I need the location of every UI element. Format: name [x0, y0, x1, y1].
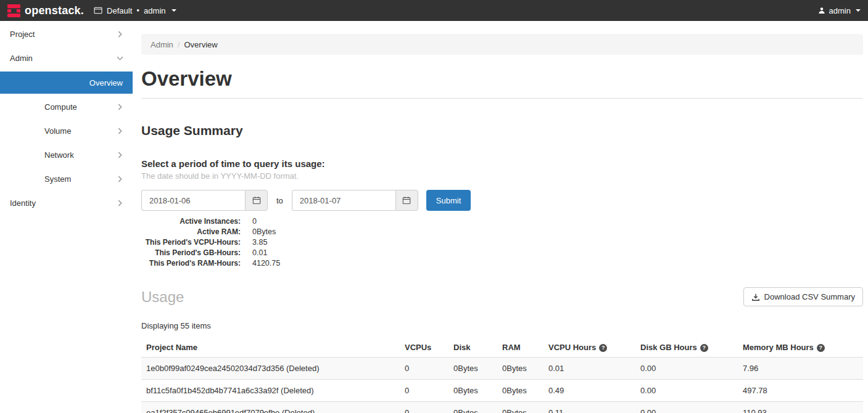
cell-disk-gb-hours: 0.00	[635, 358, 738, 380]
user-name: admin	[829, 6, 851, 15]
help-icon[interactable]: ?	[700, 344, 708, 352]
sidebar-item-volume[interactable]: Volume	[0, 119, 133, 143]
usage-section-header: Usage Download CSV Summary	[141, 287, 863, 306]
cell-disk: 0Bytes	[448, 358, 497, 380]
breadcrumb-separator: /	[178, 40, 180, 49]
table-row: bf11c5fa0f1b452db4b7741a6c33a92f (Delete…	[141, 380, 863, 402]
calendar-button[interactable]	[395, 190, 418, 211]
download-icon	[751, 293, 760, 301]
chevron-right-icon	[117, 176, 123, 182]
stat-label: This Period's GB-Hours:	[141, 248, 241, 258]
sidebar-item-label: Network	[44, 150, 74, 160]
breadcrumb: Admin / Overview	[141, 34, 863, 55]
cell-memory-mb-hours: 110.93	[738, 402, 863, 413]
help-icon[interactable]: ?	[817, 344, 825, 352]
stat-value: 0.01	[252, 248, 267, 258]
title-divider	[141, 98, 863, 99]
sidebar-item-project[interactable]: Project	[0, 22, 133, 46]
sidebar-item-compute[interactable]: Compute	[0, 95, 133, 119]
stat-row: This Period's VCPU-Hours: 3.85	[141, 237, 863, 248]
usage-heading: Usage	[141, 288, 184, 306]
stat-label: Active RAM:	[141, 227, 241, 237]
chevron-down-icon	[172, 9, 176, 12]
sidebar-item-overview[interactable]: Overview	[0, 72, 133, 94]
window-icon	[94, 7, 102, 14]
cell-disk: 0Bytes	[448, 402, 497, 413]
current-domain: Default	[107, 6, 132, 15]
cell-project-name: bf11c5fa0f1b452db4b7741a6c33a92f (Delete…	[141, 380, 400, 402]
date-from-input[interactable]	[141, 190, 245, 211]
date-to-input[interactable]	[292, 190, 395, 211]
stat-value: 4120.75	[252, 258, 280, 269]
cell-ram: 0Bytes	[497, 358, 544, 380]
sidebar-item-network[interactable]: Network	[0, 143, 133, 167]
topbar: openstack. Default ● admin admin	[0, 0, 868, 21]
cell-vcpu-hours: 0.11	[544, 402, 635, 413]
breadcrumb-current: Overview	[184, 40, 217, 49]
cell-memory-mb-hours: 497.78	[738, 380, 863, 402]
sidebar-item-label: Identity	[10, 198, 36, 208]
cell-disk: 0Bytes	[448, 380, 497, 402]
chevron-right-icon	[117, 128, 123, 134]
stat-row: This Period's RAM-Hours: 4120.75	[141, 258, 863, 269]
current-project: admin	[144, 6, 165, 15]
chevron-down-icon	[856, 9, 861, 12]
sidebar-item-label: Admin	[10, 54, 33, 63]
help-icon[interactable]: ?	[599, 344, 607, 352]
domain-project-switcher[interactable]: Default ● admin	[94, 6, 176, 15]
table-row: 1e0b0f99af0249cea24502034d73d356 (Delete…	[141, 358, 863, 380]
page-title: Overview	[141, 67, 863, 91]
sidebar-item-label: Volume	[44, 126, 71, 136]
calendar-icon	[402, 196, 411, 205]
date-range-form: to Submit	[141, 190, 863, 211]
cell-ram: 0Bytes	[497, 402, 544, 413]
usage-stats: Active Instances: 0 Active RAM: 0Bytes T…	[141, 216, 863, 269]
col-disk-gb-hours: Disk GB Hours?	[635, 338, 738, 358]
breadcrumb-admin[interactable]: Admin	[151, 40, 173, 49]
col-memory-mb-hours: Memory MB Hours?	[738, 338, 863, 358]
cell-project-name: 1e0b0f99af0249cea24502034d73d356 (Delete…	[141, 358, 400, 380]
stat-row: Active Instances: 0	[141, 216, 863, 227]
cell-memory-mb-hours: 7.96	[738, 358, 863, 380]
sidebar-item-label: System	[44, 174, 71, 184]
sidebar-item-label: Project	[10, 30, 35, 39]
stat-row: Active RAM: 0Bytes	[141, 227, 863, 237]
openstack-logo-icon	[7, 4, 20, 17]
col-disk: Disk	[448, 338, 497, 358]
table-row: ea1f2f357c09465eb6991edf7079efbe (Delete…	[141, 402, 863, 413]
stat-label: This Period's RAM-Hours:	[141, 258, 241, 269]
col-project-name: Project Name	[141, 338, 400, 358]
items-count: Displaying 55 items	[141, 321, 863, 330]
stat-row: This Period's GB-Hours: 0.01	[141, 248, 863, 258]
col-vcpu-hours: VCPU Hours?	[544, 338, 635, 358]
sidebar-item-identity[interactable]: Identity	[0, 191, 133, 215]
cell-vcpus: 0	[400, 358, 448, 380]
dot-separator: ●	[136, 8, 139, 13]
stat-value: 3.85	[252, 237, 267, 248]
openstack-brand[interactable]: openstack.	[7, 4, 84, 17]
chevron-down-icon	[117, 55, 123, 62]
cell-ram: 0Bytes	[497, 380, 544, 402]
download-csv-button[interactable]: Download CSV Summary	[743, 287, 863, 306]
to-label: to	[276, 196, 283, 205]
chevron-right-icon	[117, 200, 123, 206]
user-menu[interactable]: admin	[818, 6, 861, 15]
chevron-right-icon	[117, 31, 123, 38]
calendar-button[interactable]	[245, 190, 268, 211]
query-hint: The date should be in YYYY-MM-DD format.	[141, 171, 863, 181]
date-from-group	[141, 190, 268, 211]
stat-value: 0	[252, 216, 257, 227]
sidebar-item-label: Overview	[89, 78, 123, 88]
sidebar: Project Admin Overview Compute Volume	[0, 21, 133, 413]
usage-table: Project Name VCPUs Disk RAM VCPU Hours? …	[141, 338, 863, 413]
sidebar-item-admin[interactable]: Admin	[0, 46, 133, 70]
brand-text: openstack.	[25, 5, 84, 16]
sidebar-item-system[interactable]: System	[0, 167, 133, 191]
date-to-group	[292, 190, 418, 211]
cell-vcpu-hours: 0.01	[544, 358, 635, 380]
download-csv-label: Download CSV Summary	[764, 292, 855, 301]
chevron-right-icon	[117, 104, 123, 110]
stat-value: 0Bytes	[252, 227, 276, 237]
submit-button[interactable]: Submit	[426, 190, 471, 211]
cell-disk-gb-hours: 0.00	[635, 380, 738, 402]
